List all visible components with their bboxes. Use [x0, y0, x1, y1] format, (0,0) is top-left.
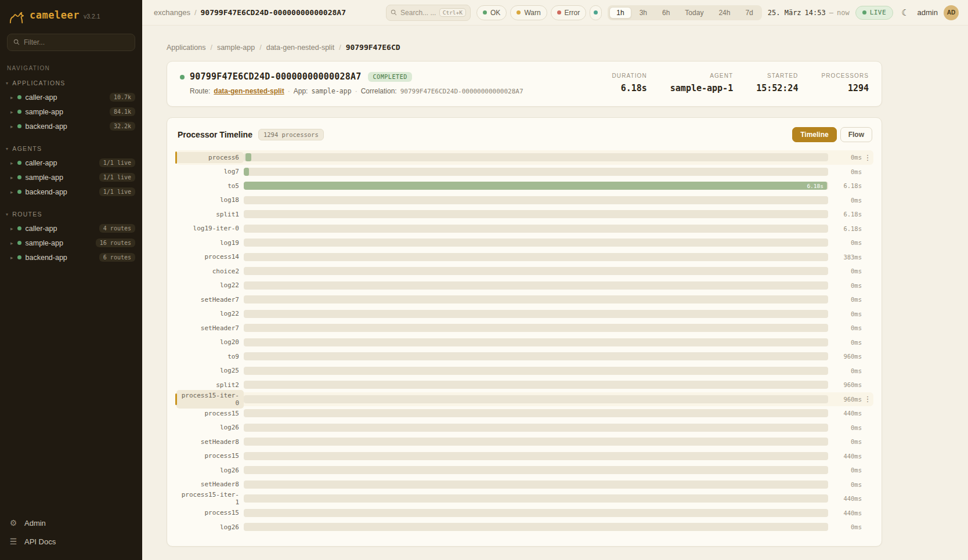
timeline-row-to9[interactable]: to9 960ms ⋮ — [176, 349, 873, 364]
sidebar-item-label: sample-app — [26, 239, 92, 247]
view-button-flow[interactable]: Flow — [840, 127, 872, 142]
processor-name: log18 — [176, 194, 244, 205]
timeline-row-split2[interactable]: split2 960ms ⋮ — [176, 378, 873, 392]
status-chip-extra[interactable] — [590, 5, 602, 20]
status-badge: COMPLETED — [368, 72, 412, 82]
row-duration: 0ms — [828, 481, 862, 488]
timeline-row-to5[interactable]: to5 6.18s 6.18s ⋮ — [176, 179, 873, 193]
breadcrumb-exchanges[interactable]: exchanges — [154, 8, 190, 17]
time-range-1h[interactable]: 1h — [609, 7, 631, 19]
row-duration: 0ms — [828, 239, 862, 246]
timeline-row-process14[interactable]: process14 383ms ⋮ — [176, 250, 873, 265]
timeline-row-log22[interactable]: log22 0ms ⋮ — [176, 279, 873, 293]
timeline-row-log19-iter-0[interactable]: log19-iter-0 6.18s ⋮ — [176, 222, 873, 236]
sidebar-item-caller-app[interactable]: ▸ caller-app 4 routes — [0, 221, 142, 236]
dark-mode-toggle[interactable]: ☾ — [899, 6, 911, 19]
sidebar-item-caller-app[interactable]: ▸ caller-app 10.7k — [0, 90, 142, 104]
row-duration: 960ms — [828, 396, 862, 403]
sidebar-item-badge: 1/1 live — [99, 187, 135, 196]
time-range-24h[interactable]: 24h — [711, 7, 737, 19]
app-logo[interactable]: cameleer v3.2.1 — [0, 0, 142, 32]
sidebar-item-sample-app[interactable]: ▸ sample-app 16 routes — [0, 236, 142, 250]
timeline-row-process15-iter-0[interactable]: process15-iter-0 960ms ⋮ — [176, 392, 873, 407]
section-header-routes[interactable]: ▾ ROUTES — [0, 208, 142, 221]
sidebar-item-caller-app[interactable]: ▸ caller-app 1/1 live — [0, 156, 142, 170]
time-range-today[interactable]: Today — [678, 7, 710, 19]
time-display-time: 14:53 — [805, 9, 826, 17]
time-range-3h[interactable]: 3h — [633, 7, 654, 19]
time-range-7d[interactable]: 7d — [738, 7, 760, 19]
breadcrumb-item-data-gen-nested-split[interactable]: data-gen-nested-split — [266, 44, 334, 52]
row-menu-icon[interactable]: ⋮ — [862, 153, 873, 162]
sidebar-item-backend-app[interactable]: ▸ backend-app 32.2k — [0, 119, 142, 133]
timeline-row-setHeader7[interactable]: setHeader7 0ms ⋮ — [176, 321, 873, 335]
processor-name: log26 — [176, 465, 244, 476]
time-range-6h[interactable]: 6h — [655, 7, 677, 19]
row-duration: 0ms — [828, 424, 862, 431]
status-chip-ok[interactable]: OK — [476, 5, 507, 20]
row-duration: 0ms — [828, 467, 862, 474]
section-header-applications[interactable]: ▾ APPLICATIONS — [0, 77, 142, 90]
app-value: sample-app — [311, 87, 351, 95]
filter-input[interactable] — [24, 38, 129, 46]
status-dot — [17, 110, 21, 114]
timeline-track — [244, 494, 828, 503]
processor-name: to5 — [176, 180, 244, 192]
timeline-row-log18[interactable]: log18 0ms ⋮ — [176, 193, 873, 208]
timeline-row-log26[interactable]: log26 0ms ⋮ — [176, 421, 873, 435]
status-chip-dot — [483, 10, 487, 15]
timeline-row-log20[interactable]: log20 0ms ⋮ — [176, 335, 873, 350]
stat-agent: AGENT sample-app-1 — [670, 73, 733, 93]
timeline-row-setHeader7[interactable]: setHeader7 0ms ⋮ — [176, 292, 873, 307]
status-chip-warn[interactable]: Warn — [510, 5, 547, 20]
section-title: AGENTS — [12, 145, 42, 152]
section-header-agents[interactable]: ▾ AGENTS — [0, 143, 142, 156]
processor-name: split1 — [176, 209, 244, 220]
status-chip-dot — [516, 10, 521, 15]
row-menu-icon[interactable]: ⋮ — [862, 395, 873, 403]
timeline-row-log26[interactable]: log26 0ms ⋮ — [176, 463, 873, 478]
view-button-timeline[interactable]: Timeline — [792, 127, 836, 142]
timeline-row-log7[interactable]: log7 0ms ⋮ — [176, 165, 873, 179]
row-duration: 440ms — [828, 453, 862, 460]
timeline-track — [244, 239, 828, 247]
timeline-row-setHeader8[interactable]: setHeader8 0ms ⋮ — [176, 478, 873, 492]
sidebar-item-backend-app[interactable]: ▸ backend-app 1/1 live — [0, 185, 142, 199]
timeline-row-log22[interactable]: log22 0ms ⋮ — [176, 307, 873, 321]
sidebar-item-sample-app[interactable]: ▸ sample-app 1/1 live — [0, 170, 142, 185]
timeline-row-process6[interactable]: process6 0ms ⋮ — [176, 150, 873, 165]
timeline-row-split1[interactable]: split1 6.18s ⋮ — [176, 207, 873, 222]
exchange-id: 90799F47E6CD24D-00000000000028A7 — [190, 71, 361, 82]
timeline-row-setHeader8[interactable]: setHeader8 0ms ⋮ — [176, 435, 873, 449]
status-dot — [17, 95, 21, 99]
timeline-row-process15[interactable]: process15 440ms ⋮ — [176, 506, 873, 521]
timeline-row-process15[interactable]: process15 440ms ⋮ — [176, 449, 873, 464]
route-link[interactable]: data-gen-nested-split — [214, 87, 284, 95]
timeline-row-log19[interactable]: log19 0ms ⋮ — [176, 236, 873, 250]
timeline-row-process15[interactable]: process15 440ms ⋮ — [176, 406, 873, 421]
timeline-row-process15-iter-1[interactable]: process15-iter-1 440ms ⋮ — [176, 492, 873, 506]
sidebar-item-sample-app[interactable]: ▸ sample-app 84.1k — [0, 104, 142, 119]
sidebar-item-api-docs[interactable]: ☰ API Docs — [0, 532, 142, 551]
timeline-row-log26[interactable]: log26 0ms ⋮ — [176, 520, 873, 534]
live-toggle[interactable]: LIVE — [855, 6, 894, 20]
status-chip-error[interactable]: Error — [551, 5, 587, 20]
breadcrumb-item-applications[interactable]: Applications — [167, 44, 205, 52]
breadcrumb-item-sample-app[interactable]: sample-app — [217, 44, 255, 52]
row-duration: 440ms — [828, 510, 862, 516]
status-chip-label: Error — [565, 9, 580, 17]
avatar[interactable]: AD — [944, 5, 959, 20]
timeline-row-log25[interactable]: log25 0ms ⋮ — [176, 364, 873, 378]
processor-name: log20 — [176, 337, 244, 348]
processor-name: process15 — [176, 450, 244, 461]
status-dot — [17, 226, 21, 230]
search-input[interactable] — [400, 9, 436, 17]
row-duration: 0ms — [828, 310, 862, 317]
sidebar-item-backend-app[interactable]: ▸ backend-app 6 routes — [0, 250, 142, 265]
row-duration: 6.18s — [828, 225, 862, 232]
timeline-row-choice2[interactable]: choice2 0ms ⋮ — [176, 264, 873, 279]
sidebar-item-badge: 84.1k — [110, 107, 135, 116]
sidebar-item-admin[interactable]: ⚙ Admin — [0, 514, 142, 532]
admin-label: Admin — [24, 519, 46, 528]
status-dot — [17, 161, 21, 165]
